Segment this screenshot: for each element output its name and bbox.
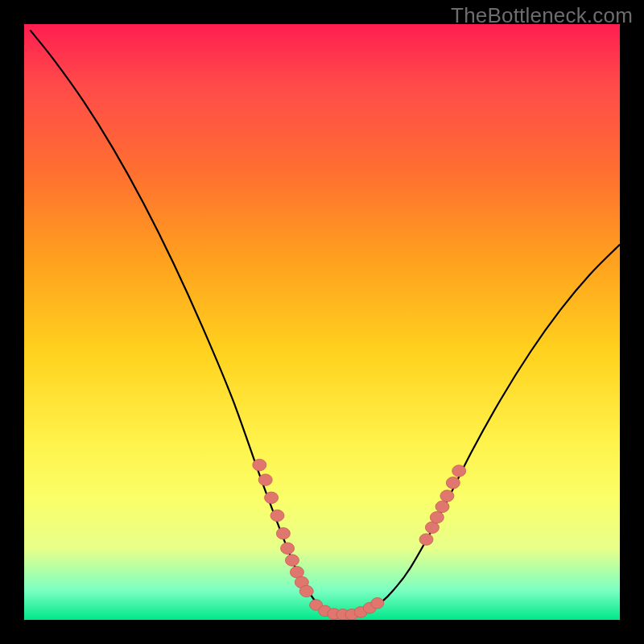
curve-bead [452, 465, 466, 477]
chart-svg [24, 24, 620, 620]
curve-bead [265, 492, 279, 503]
curve-beads-group [253, 459, 466, 620]
curve-bead [253, 459, 266, 470]
curve-bead [430, 511, 444, 522]
chart-outer-frame: TheBottleneck.com [0, 0, 644, 644]
chart-plot-area [24, 24, 620, 620]
v-curve-line [30, 30, 620, 614]
curve-bead [270, 510, 284, 521]
curve-bead [436, 501, 449, 512]
curve-bead [276, 527, 290, 539]
curve-bead [286, 555, 299, 566]
curve-bead [446, 477, 460, 489]
curve-bead [440, 490, 454, 502]
curve-bead [258, 474, 272, 485]
curve-bead [299, 585, 313, 597]
curve-bead [281, 543, 295, 554]
curve-bead [371, 597, 384, 609]
curve-bead [419, 534, 433, 545]
